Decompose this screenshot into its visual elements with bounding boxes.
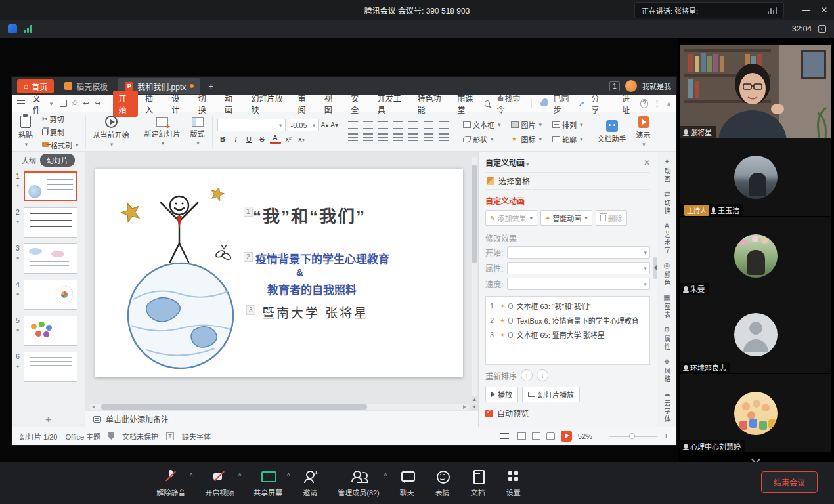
menu-tab[interactable]: 雨课堂 bbox=[451, 91, 483, 117]
start-select[interactable] bbox=[507, 246, 650, 259]
slide-nav-buttons[interactable]: ▲▼ bbox=[472, 396, 477, 410]
outdent-icon[interactable] bbox=[378, 121, 388, 130]
shape-button[interactable]: 形状 bbox=[461, 133, 503, 145]
start-video-button[interactable]: 开启视频 bbox=[205, 469, 234, 497]
format-painter-button[interactable]: 格式刷 bbox=[40, 139, 81, 151]
protection-status[interactable]: 文档未保护 bbox=[122, 431, 158, 442]
zoom-out-button[interactable]: − bbox=[598, 431, 604, 441]
menu-tab[interactable]: 切换 bbox=[192, 91, 217, 117]
more-icon[interactable] bbox=[653, 99, 661, 108]
fullscreen-icon[interactable] bbox=[818, 25, 826, 33]
align-left-icon[interactable] bbox=[408, 121, 418, 130]
font-size-select[interactable]: -0.05 bbox=[288, 119, 319, 131]
copy-button[interactable]: 复制 bbox=[40, 126, 81, 138]
help-icon[interactable]: ? bbox=[640, 99, 648, 108]
missing-fonts[interactable]: 缺失字体 bbox=[182, 431, 211, 442]
user-avatar[interactable] bbox=[625, 80, 637, 92]
delete-effect-button[interactable]: 删除 bbox=[596, 210, 627, 226]
slide-thumbnail-preview[interactable] bbox=[24, 352, 77, 382]
extra-menu-item[interactable]: 进址 bbox=[622, 93, 635, 115]
menu-tab[interactable]: 特色功能 bbox=[411, 91, 450, 117]
slide-subtitle-line1[interactable]: 疫情背景下的学生心理教育 bbox=[255, 250, 389, 266]
notes-toggle-icon[interactable] bbox=[500, 433, 509, 439]
chevron-up-icon[interactable] bbox=[189, 471, 193, 477]
end-meeting-button[interactable]: 结束会议 bbox=[761, 471, 818, 493]
slide-thumbnail[interactable]: 2 bbox=[13, 207, 82, 238]
move-up-button[interactable]: ↑ bbox=[521, 369, 533, 381]
slides-tab[interactable]: 幻灯片 bbox=[40, 154, 75, 167]
doc-assistant-button[interactable]: 文档助手 bbox=[595, 119, 629, 144]
slide-thumbnail-preview[interactable] bbox=[24, 280, 77, 310]
play-button[interactable]: 播放 bbox=[485, 387, 518, 402]
menu-tab[interactable]: 插入 bbox=[139, 91, 164, 117]
layout-button[interactable]: 版式 bbox=[188, 117, 208, 147]
redo-icon[interactable]: ↪ bbox=[93, 98, 102, 108]
slide-thumbnail[interactable]: 3 bbox=[13, 243, 82, 274]
slide-canvas[interactable]: 1 “我”和“我们” 2 疫情背景下的学生心理教育 & 教育者的自我照料 3 暨… bbox=[85, 152, 478, 427]
reading-view-icon[interactable] bbox=[546, 432, 555, 440]
slide-thumbnail-preview[interactable] bbox=[24, 243, 77, 274]
list-style-icon[interactable] bbox=[408, 133, 418, 142]
paragraph-settings-icon[interactable] bbox=[424, 133, 433, 142]
chevron-up-icon[interactable] bbox=[238, 471, 242, 477]
columns-icon[interactable] bbox=[393, 133, 403, 142]
slide-title[interactable]: “我”和“我们” bbox=[253, 203, 366, 227]
paste-button[interactable]: 粘贴 bbox=[16, 115, 35, 148]
numbering-icon[interactable] bbox=[363, 121, 373, 130]
hamburger-icon[interactable] bbox=[17, 100, 25, 106]
font-color-button[interactable]: A bbox=[270, 133, 281, 144]
increase-font-button[interactable]: A▴ bbox=[321, 121, 329, 129]
menu-tab[interactable]: 审阅 bbox=[292, 91, 317, 117]
minimize-icon[interactable]: — bbox=[802, 5, 810, 14]
style-panel-button[interactable]: ❖ 风格 bbox=[662, 354, 672, 387]
invite-button[interactable]: 邀请 bbox=[302, 469, 318, 497]
slide-thumbnail-preview[interactable] bbox=[24, 171, 77, 201]
print-icon[interactable]: ⎙ bbox=[70, 98, 79, 108]
cloud-fonts-button[interactable]: ☁ 云字体 bbox=[662, 387, 672, 427]
color-panel-button[interactable]: ◎ 颜色 bbox=[662, 258, 672, 290]
menu-tab[interactable]: 开始 bbox=[113, 91, 138, 117]
chevron-up-icon[interactable] bbox=[384, 471, 387, 477]
wordart-panel-button[interactable]: A 艺术字 bbox=[662, 219, 672, 258]
docer-template-tab[interactable]: 稻壳模板 bbox=[58, 79, 114, 93]
selection-pane-button[interactable]: 选择窗格 bbox=[485, 172, 650, 190]
animation-list-item[interactable]: 1 文本框 63: “我”和“我们” bbox=[486, 299, 649, 313]
zoom-slider[interactable] bbox=[609, 436, 657, 437]
add-slide-button[interactable] bbox=[12, 411, 85, 427]
slide[interactable]: 1 “我”和“我们” 2 疫情背景下的学生心理教育 & 教育者的自我照料 3 暨… bbox=[95, 169, 463, 377]
indent-icon[interactable] bbox=[393, 121, 403, 130]
property-select[interactable] bbox=[507, 262, 650, 274]
panel-collapse-handle[interactable] bbox=[653, 257, 657, 279]
outline-button[interactable]: 轮廓 bbox=[550, 133, 585, 145]
slide-thumbnail[interactable]: 1 bbox=[13, 171, 82, 201]
participant-tile[interactable]: 朱雯 bbox=[680, 217, 831, 295]
outline-tab[interactable]: 大纲 bbox=[22, 155, 36, 165]
share-screen-button[interactable]: 共享屏幕 bbox=[253, 469, 282, 497]
sync-status[interactable]: 已同步 bbox=[553, 93, 573, 115]
auto-preview-checkbox[interactable] bbox=[485, 410, 493, 417]
settings-button[interactable]: 设置 bbox=[506, 469, 521, 497]
undo-icon[interactable]: ↩ bbox=[81, 98, 91, 108]
slide-thumbnail[interactable]: 6 bbox=[13, 352, 82, 382]
zoom-slider-thumb[interactable] bbox=[629, 433, 635, 439]
align-right-icon[interactable] bbox=[439, 121, 449, 130]
arrange-button[interactable]: 排列 bbox=[550, 119, 585, 131]
text-direction-icon[interactable] bbox=[378, 133, 388, 142]
slide-thumbnail-preview[interactable] bbox=[24, 316, 77, 346]
unmute-button[interactable]: 解除静音 bbox=[156, 469, 185, 497]
align-center-icon[interactable] bbox=[424, 121, 433, 130]
participant-tile[interactable]: 环境邓良志 bbox=[680, 295, 831, 374]
icon-library-button[interactable]: 图标 bbox=[509, 133, 544, 145]
notes-bar[interactable]: 单击此处添加备注 bbox=[85, 411, 478, 427]
add-effect-button[interactable]: 添加效果 bbox=[485, 210, 537, 226]
panel-close-icon[interactable] bbox=[644, 158, 650, 167]
save-icon[interactable] bbox=[60, 100, 67, 107]
animation-panel-button[interactable]: ✦ 动画 bbox=[662, 154, 672, 186]
slideshow-play-button[interactable]: 幻灯片播放 bbox=[522, 387, 580, 402]
picture-button[interactable]: 图片 bbox=[509, 119, 544, 131]
smart-animation-button[interactable]: 智能动画 bbox=[540, 210, 592, 226]
vertical-scrollbar[interactable] bbox=[472, 157, 477, 396]
zoom-percent[interactable]: 52% bbox=[578, 432, 592, 440]
superscript-button[interactable]: x² bbox=[283, 133, 294, 144]
slide-credit[interactable]: 暨南大学 张将星 bbox=[262, 303, 368, 321]
